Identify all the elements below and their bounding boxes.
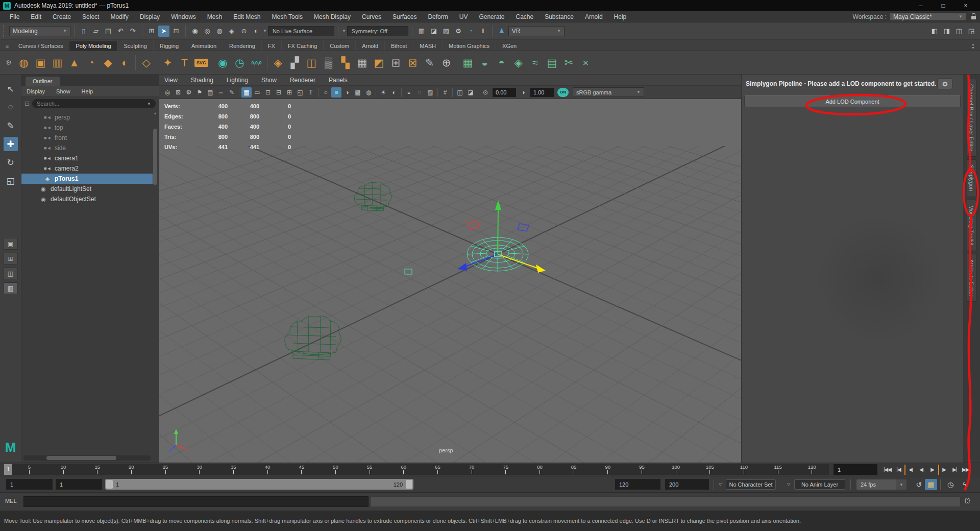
pan-zoom-icon[interactable]: ⇔ — [216, 87, 226, 98]
viewport-menu-panels[interactable]: Panels — [329, 77, 348, 84]
append-polygon-icon[interactable]: ⊕ — [438, 54, 455, 72]
outliner-item-front[interactable]: ■◄front — [21, 133, 159, 143]
render-settings-icon[interactable]: ⚙ — [453, 26, 464, 37]
smooth-shade-mode-icon[interactable]: ■ — [331, 87, 341, 98]
viewport-menu-lighting[interactable]: Lighting — [227, 77, 248, 84]
animation-start-field[interactable]: 1 — [6, 479, 53, 490]
tab-simplygon[interactable]: Simplygon — [967, 159, 976, 197]
wireframe-mode-icon[interactable]: ○ — [321, 87, 331, 98]
snapshot-icon[interactable]: ◫ — [455, 87, 465, 98]
outliner-item-camera1[interactable]: ■◄camera1 — [21, 153, 159, 163]
menu-cache[interactable]: Cache — [510, 13, 539, 20]
step-back-frame-button[interactable]: |◀ — [893, 465, 904, 475]
menu-curves[interactable]: Curves — [356, 13, 387, 20]
chevron-down-icon[interactable]: ▼ — [342, 29, 346, 33]
menu-mesh-tools[interactable]: Mesh Tools — [266, 13, 308, 20]
select-component-icon[interactable]: ⊡ — [170, 26, 182, 37]
menu-mesh-display[interactable]: Mesh Display — [308, 13, 356, 20]
pause-icon[interactable]: ‖ — [477, 26, 488, 37]
chevron-down-icon[interactable]: ▼ — [263, 29, 267, 33]
smooth-icon[interactable]: ▒ — [320, 54, 337, 72]
use-default-material-icon[interactable]: ◍ — [363, 87, 374, 98]
layout-two-pane-button[interactable]: ◫ — [4, 268, 18, 279]
spherical-mapping-icon[interactable]: ◓ — [493, 54, 510, 72]
menu-edit-mesh[interactable]: Edit Mesh — [228, 13, 266, 20]
tab-attribute-editor[interactable]: Attribute Editor — [967, 254, 976, 302]
play-backwards-button[interactable]: ◀ — [916, 465, 926, 475]
viewport-menu-show[interactable]: Show — [261, 77, 277, 84]
outliner-menu-display[interactable]: Display — [27, 88, 45, 94]
outliner-item-top[interactable]: ■◄top — [21, 123, 159, 133]
lighting-icon[interactable]: ☀ — [378, 87, 388, 98]
viewport-menu-shading[interactable]: Shading — [191, 77, 213, 84]
command-input[interactable] — [23, 496, 369, 507]
multi-cut-icon[interactable]: ✎ — [421, 54, 438, 72]
vr-selector[interactable]: VR ▼ — [508, 26, 565, 36]
ipr-render-icon[interactable]: ▨ — [440, 26, 452, 37]
time-slider[interactable]: 1 5 10 15 20 25 30 35 40 45 50 55 60 65 … — [0, 463, 980, 476]
type-tool-icon[interactable]: T — [176, 54, 193, 72]
poly-sphere-icon[interactable]: ◍ — [15, 54, 32, 72]
gamma-icon[interactable]: ◑ — [518, 87, 528, 98]
image-plane-icon[interactable]: ▤ — [205, 87, 215, 98]
chevron-down-icon[interactable]: ▼ — [896, 479, 906, 490]
settings-gear-button[interactable]: ⚙ — [937, 78, 952, 89]
safe-title-icon[interactable]: T — [306, 87, 316, 98]
menu-select[interactable]: Select — [77, 13, 105, 20]
planar-mapping-icon[interactable]: ▦ — [459, 54, 476, 72]
cut-uv-icon[interactable]: ✂ — [560, 54, 577, 72]
animation-preferences-icon[interactable]: ◷ — [944, 479, 957, 490]
snap-to-view-plane-icon[interactable]: ⊙ — [238, 26, 250, 37]
layout-four-view-button[interactable]: ⊞ — [4, 253, 18, 264]
film-gate-icon[interactable]: ▭ — [252, 87, 262, 98]
tab-outliner[interactable]: Outliner — [26, 77, 60, 86]
lock-camera-icon[interactable]: ⊠ — [173, 87, 183, 98]
outliner-item-side[interactable]: ■◄side — [21, 143, 159, 153]
workspace-selector[interactable]: Maya Classic* ▼ — [890, 12, 966, 21]
color-management-toggle[interactable]: ON — [557, 88, 569, 97]
exposure-field[interactable]: 0.00 — [493, 88, 516, 97]
snap-to-point-icon[interactable]: ◍ — [214, 26, 225, 37]
svg-tool-icon[interactable]: SVG — [193, 54, 210, 72]
menu-surfaces[interactable]: Surfaces — [387, 13, 422, 20]
menu-arnold[interactable]: Arnold — [579, 13, 608, 20]
bridge-icon[interactable]: ⊠ — [404, 54, 421, 72]
viewport-canvas[interactable]: Verts:4004000 Edges:8008000 Faces:400400… — [159, 99, 741, 463]
scale-tool-icon[interactable]: ◱ — [4, 174, 18, 188]
tab-channel-box-layer-editor[interactable]: Channel Box / Layer Editor — [967, 79, 976, 157]
close-button[interactable]: × — [954, 0, 977, 11]
menu-set-selector[interactable]: Modeling ▼ — [9, 26, 70, 36]
live-surface-field[interactable]: No Live Surface — [268, 26, 334, 36]
poly-cube-icon[interactable]: ▣ — [32, 54, 49, 72]
render-current-frame-icon[interactable]: ◪ — [428, 26, 439, 37]
go-to-start-button[interactable]: |◀◀ — [882, 465, 893, 475]
character-controls-icon[interactable]: ϟ — [959, 479, 971, 490]
loop-playback-icon[interactable]: ↺ — [913, 479, 925, 490]
pan-zoom-enable-icon[interactable]: ◪ — [465, 87, 476, 98]
wireframe-object-2[interactable] — [285, 316, 341, 360]
playback-end-field[interactable]: 120 — [615, 479, 660, 490]
new-scene-icon[interactable]: ▯ — [78, 26, 89, 37]
gate-mask-icon[interactable]: ⊟ — [274, 87, 284, 98]
wireframe-on-shaded-icon[interactable]: ◑ — [342, 87, 352, 98]
redo-icon[interactable]: ↷ — [127, 26, 138, 37]
sculpt-tool-icon[interactable]: ◉ — [214, 54, 231, 72]
menu-substance[interactable]: Substance — [539, 13, 579, 20]
menu-edit[interactable]: Edit — [25, 13, 47, 20]
fps-selector[interactable]: 24 fps — [856, 479, 896, 490]
toggle-attribute-editor-icon[interactable]: ◫ — [953, 26, 965, 37]
shelf-tab-fx[interactable]: FX — [262, 41, 282, 51]
shelf-tab-custom[interactable]: Custom — [324, 41, 356, 51]
bookmark-icon[interactable]: ⚑ — [194, 87, 205, 98]
scroll-up-icon[interactable]: ▲ — [153, 111, 158, 115]
shelf-tab-mash[interactable]: MASH — [413, 41, 443, 51]
select-object-icon[interactable]: ➤ — [158, 26, 169, 37]
grid-icon[interactable]: ▦ — [241, 87, 252, 98]
menu-windows[interactable]: Windows — [165, 13, 202, 20]
lasso-tool-icon[interactable]: ◌ — [4, 100, 18, 114]
current-time-indicator[interactable]: 1 — [4, 464, 12, 475]
snap-to-curve-icon[interactable]: ◎ — [202, 26, 213, 37]
shelf-tab-sculpting[interactable]: Sculpting — [118, 41, 154, 51]
minimize-button[interactable]: – — [910, 0, 932, 11]
chevron-down-icon[interactable]: ▽ — [719, 482, 722, 487]
